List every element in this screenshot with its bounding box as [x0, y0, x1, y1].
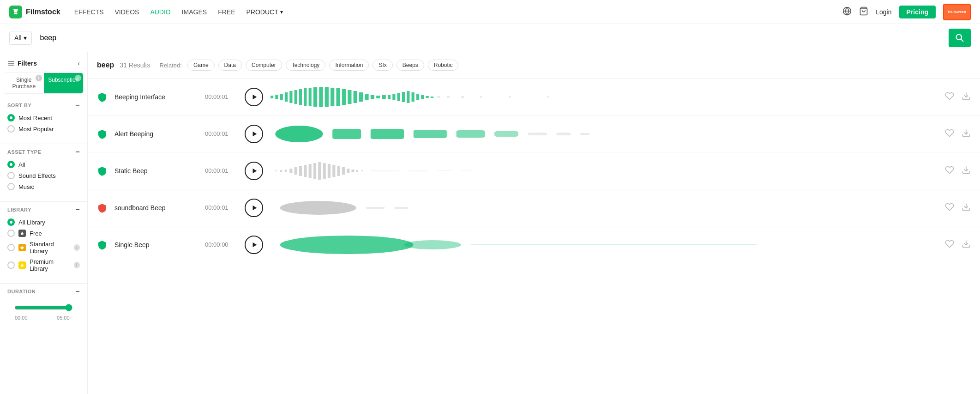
single-purchase-info: i — [36, 75, 42, 81]
svg-rect-59 — [285, 170, 287, 172]
library-all[interactable]: All Library — [7, 218, 80, 226]
svg-rect-72 — [347, 169, 349, 173]
pricing-button[interactable]: Pricing — [899, 6, 936, 18]
sort-most-popular[interactable]: Most Popular — [7, 125, 80, 133]
play-button-3[interactable] — [245, 162, 263, 180]
nav-effects[interactable]: EFFECTS — [74, 8, 104, 16]
tag-beeps[interactable]: Beeps — [397, 60, 424, 71]
play-button-1[interactable] — [245, 88, 263, 106]
tag-game[interactable]: Game — [187, 60, 215, 71]
play-button-5[interactable] — [245, 236, 263, 254]
track-duration-3: 00:00:01 — [205, 167, 237, 174]
duration-slider[interactable] — [15, 304, 72, 311]
search-filter-value: All — [14, 34, 22, 42]
logo-icon — [9, 6, 22, 18]
nav-images[interactable]: IMAGES — [182, 8, 207, 16]
heart-button-4[interactable] — [945, 202, 954, 213]
play-button-4[interactable] — [245, 199, 263, 217]
asset-type-collapse[interactable]: − — [75, 148, 80, 156]
sort-by-collapse[interactable]: − — [75, 101, 80, 109]
search-input[interactable] — [36, 32, 944, 44]
search-bar: All ▾ — [0, 24, 980, 52]
track-row: Alert Beeping 00:00:01 — [88, 115, 980, 152]
sort-most-recent[interactable]: Most Recent — [7, 114, 80, 121]
svg-marker-81 — [253, 205, 257, 210]
main-nav: EFFECTS VIDEOS AUDIO IMAGES FREE PRODUCT… — [74, 8, 283, 16]
nav-videos[interactable]: VIDEOS — [114, 8, 139, 16]
svg-rect-54 — [580, 133, 590, 135]
svg-rect-38 — [437, 96, 440, 98]
tag-computer[interactable]: Computer — [246, 60, 282, 71]
svg-rect-23 — [359, 92, 363, 102]
login-button[interactable]: Login — [876, 8, 891, 16]
subscription-info: i — [75, 75, 81, 81]
waveform-1 — [271, 85, 938, 109]
heart-button-2[interactable] — [945, 128, 954, 139]
nav-product[interactable]: PRODUCT ▾ — [247, 8, 283, 16]
asset-type-sfx[interactable]: Sound Effects — [7, 172, 80, 179]
svg-rect-29 — [392, 94, 395, 100]
download-button-1[interactable] — [962, 91, 971, 102]
download-button-2[interactable] — [962, 128, 971, 139]
library-free[interactable]: Free — [7, 230, 80, 237]
svg-rect-11 — [295, 90, 297, 104]
search-filter-dropdown[interactable]: All ▾ — [9, 31, 32, 45]
library-collapse[interactable]: − — [75, 206, 80, 214]
sidebar-collapse-button[interactable]: ‹ — [78, 60, 80, 67]
download-button-3[interactable] — [962, 165, 971, 176]
heart-button-1[interactable] — [945, 91, 954, 102]
track-row: soundboard Beep 00:00:01 — [88, 189, 980, 226]
heart-button-5[interactable] — [945, 239, 954, 250]
tag-sfx[interactable]: Sfx — [373, 60, 392, 71]
svg-rect-6 — [271, 96, 273, 98]
svg-rect-48 — [371, 129, 404, 139]
asset-type-section: ASSET TYPE − All Sound Effects Music — [0, 148, 87, 198]
download-button-4[interactable] — [962, 202, 971, 213]
asset-type-all[interactable]: All — [7, 161, 80, 168]
globe-icon[interactable] — [842, 6, 852, 17]
svg-rect-50 — [457, 130, 485, 138]
logo[interactable]: Filmstock — [9, 6, 60, 18]
heart-button-3[interactable] — [945, 165, 954, 176]
svg-rect-13 — [304, 88, 307, 106]
track-name-3: Static Beep — [114, 167, 198, 175]
subscription-tab[interactable]: Subscription i — [44, 73, 84, 93]
cart-icon[interactable] — [859, 6, 868, 17]
download-button-5[interactable] — [962, 239, 971, 250]
asset-type-music[interactable]: Music — [7, 183, 80, 190]
library-standard[interactable]: Standard Library i — [7, 241, 80, 255]
premium-badge — [18, 261, 26, 269]
tag-information[interactable]: Information — [329, 60, 369, 71]
library-premium[interactable]: Premium Library i — [7, 258, 80, 272]
tag-robotic[interactable]: Robotic — [428, 60, 459, 71]
svg-rect-27 — [382, 95, 386, 99]
svg-rect-74 — [356, 170, 358, 172]
svg-rect-8 — [280, 94, 283, 100]
svg-point-82 — [280, 201, 356, 215]
sort-by-options: Most Recent Most Popular — [7, 114, 80, 133]
tag-data[interactable]: Data — [218, 60, 242, 71]
svg-rect-33 — [412, 92, 415, 102]
track-shield-2 — [97, 129, 107, 139]
play-button-2[interactable] — [245, 125, 263, 143]
results-header: beep 31 Results Related: Game Data Compu… — [88, 52, 980, 79]
track-shield-4 — [97, 203, 107, 213]
free-badge — [18, 230, 26, 237]
tag-technology[interactable]: Technology — [286, 60, 326, 71]
nav-free[interactable]: FREE — [218, 8, 235, 16]
purchase-tabs: Single Purchase i Subscription i — [4, 73, 84, 94]
svg-rect-19 — [336, 88, 340, 106]
nav-audio[interactable]: AUDIO — [150, 8, 170, 16]
svg-rect-14 — [309, 88, 312, 106]
standard-badge — [18, 244, 26, 251]
svg-rect-34 — [416, 94, 419, 100]
svg-rect-71 — [342, 167, 345, 175]
asset-type-options: All Sound Effects Music — [7, 161, 80, 190]
search-button[interactable] — [949, 29, 971, 47]
duration-section: DURATION − 00:00 05:00+ — [0, 287, 87, 328]
halloween-badge[interactable]: Halloween — [943, 4, 971, 20]
svg-rect-31 — [402, 92, 405, 102]
svg-rect-47 — [332, 129, 361, 139]
single-purchase-tab[interactable]: Single Purchase i — [4, 73, 44, 93]
duration-collapse[interactable]: − — [75, 287, 80, 296]
